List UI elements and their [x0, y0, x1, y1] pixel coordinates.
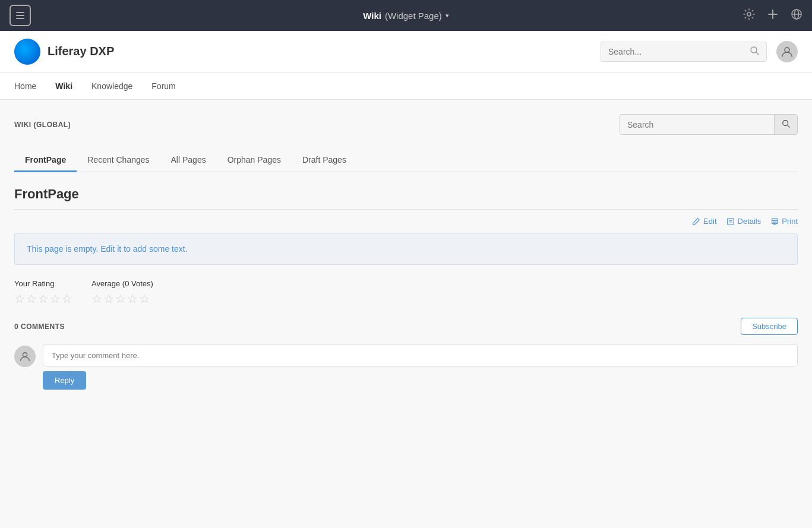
nav-home[interactable]: Home: [14, 74, 36, 98]
wiki-header-row: WIKI (GLOBAL): [14, 114, 798, 135]
user-avatar[interactable]: [776, 41, 798, 62]
nav-wiki[interactable]: Wiki: [55, 74, 72, 98]
svg-rect-0: [16, 12, 24, 13]
menu-icon[interactable]: [10, 5, 31, 26]
avg-star-5: ☆: [139, 292, 150, 306]
tab-all-pages[interactable]: All Pages: [160, 149, 217, 172]
subscribe-button[interactable]: Subscribe: [741, 318, 798, 335]
page-title-light: (Widget Page): [385, 11, 442, 21]
wiki-search-box[interactable]: [620, 114, 798, 135]
avg-star-4: ☆: [127, 292, 138, 306]
top-bar-left: [10, 5, 31, 26]
top-bar-title: Wiki (Widget Page) ▾: [363, 11, 449, 21]
your-rating-stars[interactable]: ☆ ☆ ☆ ☆ ☆: [14, 292, 72, 306]
your-rating-label: Your Rating: [14, 279, 72, 288]
comment-area: Reply: [43, 344, 798, 390]
svg-point-19: [23, 353, 27, 357]
details-action[interactable]: Details: [726, 217, 762, 226]
nav-knowledge[interactable]: Knowledge: [91, 74, 132, 98]
rating-section: Your Rating ☆ ☆ ☆ ☆ ☆ Average (0 Votes) …: [14, 279, 798, 306]
svg-rect-1: [16, 15, 24, 16]
avg-star-2: ☆: [103, 292, 114, 306]
comment-input-field[interactable]: [43, 344, 798, 366]
star-5[interactable]: ☆: [62, 292, 72, 306]
comments-header: 0 COMMENTS Subscribe: [14, 318, 798, 335]
brand-logo: [14, 39, 40, 65]
svg-line-13: [788, 125, 790, 128]
nav-menu: Home Wiki Knowledge Forum: [0, 72, 812, 100]
reply-button[interactable]: Reply: [43, 371, 86, 390]
global-search-input[interactable]: [608, 47, 745, 56]
svg-rect-2: [16, 18, 24, 19]
star-3[interactable]: ☆: [38, 292, 49, 306]
site-header: Liferay DXP: [0, 31, 812, 72]
svg-rect-14: [727, 218, 734, 225]
brand-area: Liferay DXP: [14, 39, 114, 65]
svg-point-3: [747, 12, 751, 16]
empty-notice-text: This page is empty. Edit it to add some …: [27, 244, 188, 254]
main-content: WIKI (GLOBAL) FrontPage Recent Changes A…: [0, 100, 812, 404]
global-search-icon: [750, 46, 759, 58]
wiki-section-label: WIKI (GLOBAL): [14, 121, 71, 129]
svg-rect-18: [773, 222, 776, 224]
empty-page-notice: This page is empty. Edit it to add some …: [14, 233, 798, 265]
wiki-search-input[interactable]: [620, 115, 774, 134]
star-2[interactable]: ☆: [26, 292, 37, 306]
average-rating-stars: ☆ ☆ ☆ ☆ ☆: [91, 292, 153, 306]
average-rating-label: Average (0 Votes): [91, 279, 153, 288]
tab-recent-changes[interactable]: Recent Changes: [77, 149, 160, 172]
comments-count: 0 COMMENTS: [14, 323, 65, 331]
top-bar: Wiki (Widget Page) ▾: [0, 0, 812, 31]
title-dropdown-icon[interactable]: ▾: [446, 12, 449, 20]
tab-frontpage[interactable]: FrontPage: [14, 149, 77, 172]
avg-star-3: ☆: [115, 292, 126, 306]
avg-star-1: ☆: [91, 292, 102, 306]
wiki-search-button[interactable]: [774, 115, 797, 134]
nav-forum[interactable]: Forum: [151, 74, 175, 98]
print-action[interactable]: Print: [770, 217, 798, 226]
print-label: Print: [782, 217, 798, 226]
top-bar-actions: [743, 8, 802, 23]
average-rating: Average (0 Votes) ☆ ☆ ☆ ☆ ☆: [91, 279, 153, 306]
your-rating: Your Rating ☆ ☆ ☆ ☆ ☆: [14, 279, 72, 306]
commenter-avatar: [14, 346, 36, 367]
global-search-box[interactable]: [601, 42, 767, 62]
tab-draft-pages[interactable]: Draft Pages: [292, 149, 357, 172]
star-1[interactable]: ☆: [14, 292, 25, 306]
frontpage-heading: FrontPage: [14, 186, 798, 210]
brand-name: Liferay DXP: [48, 45, 114, 58]
star-4[interactable]: ☆: [50, 292, 61, 306]
comments-section: 0 COMMENTS Subscribe Reply: [14, 318, 798, 390]
wiki-tabs: FrontPage Recent Changes All Pages Orpha…: [14, 149, 798, 172]
edit-label: Edit: [703, 217, 716, 226]
svg-line-10: [756, 52, 759, 55]
details-label: Details: [738, 217, 762, 226]
globe-icon[interactable]: [791, 8, 802, 23]
edit-action[interactable]: Edit: [692, 217, 716, 226]
settings-icon[interactable]: [743, 8, 755, 23]
tab-orphan-pages[interactable]: Orphan Pages: [217, 149, 292, 172]
comment-input-row: Reply: [14, 344, 798, 390]
add-icon[interactable]: [767, 8, 779, 23]
page-actions-row: Edit Details Print: [14, 217, 798, 226]
page-title-bold: Wiki: [363, 11, 381, 21]
svg-point-11: [785, 48, 789, 52]
